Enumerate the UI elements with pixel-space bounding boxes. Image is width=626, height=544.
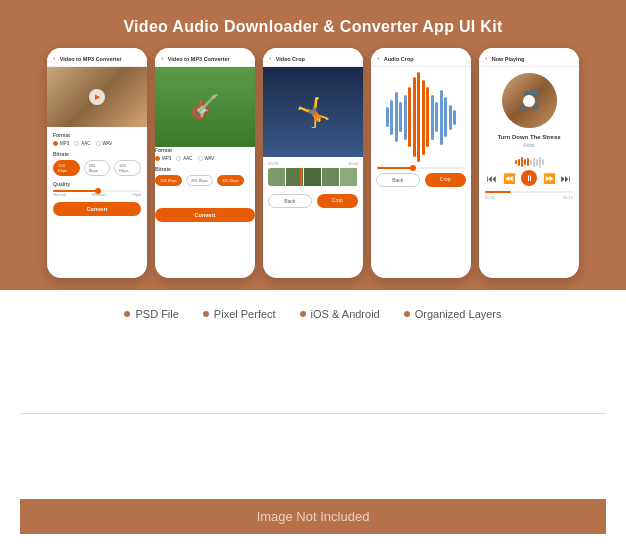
slider-track <box>53 190 141 192</box>
time-current: 00:00 <box>485 195 495 200</box>
format-options: MP3 AAC WAV <box>53 141 141 146</box>
wave-bar <box>426 87 429 147</box>
radio-dot-aac-2 <box>176 156 181 161</box>
guitar-icon: 🎸 <box>190 93 220 121</box>
time-end: 10:44 <box>348 161 358 166</box>
phone3-image: 🤸 <box>263 67 363 157</box>
phone1-title: Video to MP3 Converter <box>60 56 122 62</box>
radio-dot-mp3 <box>53 141 58 146</box>
wave-bar <box>417 72 420 162</box>
wm-bar <box>536 159 538 166</box>
bitrate-325-2[interactable]: 325 Kbps <box>217 175 244 186</box>
phone5-header: ‹ Now Playing <box>479 48 579 67</box>
thumb-3 <box>304 168 322 186</box>
phone1-content: Format MP3 AAC WAV Bitrate 128 Kbps 265 <box>47 127 147 221</box>
format-aac-2[interactable]: AAC <box>176 156 192 161</box>
back-icon: ‹ <box>53 54 56 63</box>
wm-bar <box>521 157 523 167</box>
format-wav[interactable]: WAV <box>96 141 113 146</box>
back-button-3[interactable]: Back <box>268 194 312 208</box>
crop-button-3[interactable]: Crop <box>317 194 359 208</box>
song-artist: Artist <box>523 142 534 148</box>
album-center-dot <box>523 95 535 107</box>
back-icon-2: ‹ <box>161 54 164 63</box>
progress-bar[interactable] <box>485 191 573 193</box>
phone-5: ‹ Now Playing 🎵 Turn Down The Stress Art… <box>479 48 579 278</box>
wave-bar <box>408 87 411 147</box>
wave-bar <box>422 80 425 155</box>
wave-bar <box>435 102 438 132</box>
quality-low: Normal <box>53 192 66 197</box>
format-wav-2[interactable]: WAV <box>198 156 215 161</box>
rewind-button[interactable]: ⏪ <box>503 173 515 184</box>
format-mp3-2[interactable]: MP3 <box>155 156 171 161</box>
radio-label-mp3: MP3 <box>60 141 69 146</box>
audio-slider-fill <box>377 167 412 169</box>
phone5-content: 🎵 Turn Down The Stress Artist ⏮ <box>479 67 579 206</box>
feature-dot-ios <box>300 311 306 317</box>
footer-note: Image Not Included <box>20 499 606 534</box>
bitrate-options: 128 Kbps 265 Kbps 325 Kbps <box>53 160 141 176</box>
play-pause-button[interactable]: ⏸ <box>521 170 537 186</box>
phone1-image: ▶ <box>47 67 147 127</box>
audio-crop-actions: Back Crop <box>371 173 471 191</box>
bitrate-options-2: 128 Kbps 265 Kbps 325 Kbps <box>155 175 255 186</box>
format-aac[interactable]: AAC <box>74 141 90 146</box>
bitrate-label-2: Bitrate <box>155 166 255 172</box>
thumb-4 <box>322 168 340 186</box>
bitrate-label: Bitrate <box>53 151 141 157</box>
prev-button[interactable]: ⏮ <box>487 173 497 184</box>
next-button[interactable]: ⏭ <box>561 173 571 184</box>
radio-label-aac: AAC <box>81 141 90 146</box>
back-icon-5: ‹ <box>485 54 488 63</box>
audio-slider-thumb[interactable] <box>410 165 416 171</box>
wave-bar <box>404 95 407 140</box>
convert-button-2[interactable]: Convert <box>155 208 255 222</box>
play-button[interactable]: ▶ <box>89 89 105 105</box>
wm-bar <box>527 158 529 166</box>
convert-button[interactable]: Convert <box>53 202 141 216</box>
song-title: Turn Down The Stress <box>497 134 560 140</box>
bitrate-128-2[interactable]: 128 Kbps <box>155 175 182 186</box>
page-title: Video Audio Downloader & Converter App U… <box>113 0 512 48</box>
feature-label-psd: PSD File <box>135 308 178 320</box>
jump-icon: 🤸 <box>296 96 331 129</box>
format-mp3[interactable]: MP3 <box>53 141 69 146</box>
timeline-handle[interactable] <box>300 168 302 186</box>
bitrate-265[interactable]: 265 Kbps <box>84 160 111 176</box>
radio-label-wav-2: WAV <box>205 156 215 161</box>
bitrate-265-2[interactable]: 265 Kbps <box>186 175 213 186</box>
guitar-image: 🎸 <box>155 67 255 147</box>
wm-bar <box>542 159 544 165</box>
feature-pixel: Pixel Perfect <box>203 308 276 320</box>
phones-container: ‹ Video to MP3 Converter ▶ Format MP3 AA… <box>37 48 589 278</box>
time-row: 00:00 04:10 <box>485 195 573 200</box>
feature-label-ios: iOS & Android <box>311 308 380 320</box>
feature-label-pixel: Pixel Perfect <box>214 308 276 320</box>
waveform-display <box>371 67 471 167</box>
wave-bar <box>386 107 389 127</box>
wm-bar <box>533 158 535 167</box>
thumb-5 <box>340 168 358 186</box>
time-start: 00:00 <box>268 161 278 166</box>
phone4-title: Audio Crop <box>384 56 414 62</box>
phone2-image: 🎸 <box>155 67 255 147</box>
feature-psd: PSD File <box>124 308 178 320</box>
radio-label-mp3-2: MP3 <box>162 156 171 161</box>
phone4-header: ‹ Audio Crop <box>371 48 471 67</box>
quality-slider[interactable]: Normal Medium High <box>53 190 141 197</box>
format-options-2: MP3 AAC WAV <box>155 156 255 161</box>
format-label: Format <box>53 132 141 138</box>
bitrate-128[interactable]: 128 Kbps <box>53 160 80 176</box>
back-button-4[interactable]: Back <box>376 173 420 187</box>
radio-label-wav: WAV <box>103 141 113 146</box>
wm-bar <box>515 160 517 164</box>
radio-label-aac-2: AAC <box>183 156 192 161</box>
timeline-thumbs <box>268 168 358 186</box>
crop-button-4[interactable]: Crop <box>425 173 467 187</box>
timeline-track[interactable] <box>268 168 358 186</box>
wave-bar <box>413 77 416 157</box>
bitrate-325[interactable]: 325 Kbps <box>114 160 141 176</box>
forward-button[interactable]: ⏩ <box>543 173 555 184</box>
features-row: PSD File Pixel Perfect iOS & Android Org… <box>124 300 501 328</box>
